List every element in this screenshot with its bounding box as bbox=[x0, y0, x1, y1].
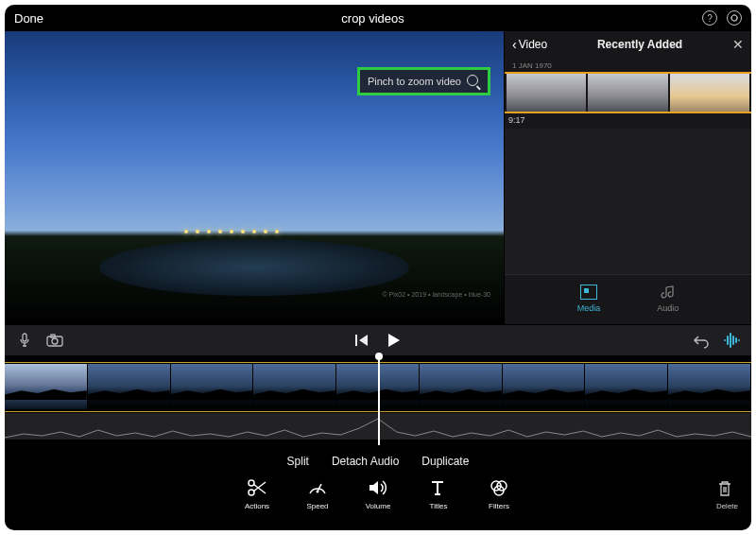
tool-delete-label: Delete bbox=[716, 502, 738, 510]
tool-filters[interactable]: Filters bbox=[479, 477, 519, 510]
header: Done crop videos ? bbox=[5, 5, 751, 31]
timeline-clip[interactable] bbox=[503, 364, 586, 409]
svg-point-8 bbox=[317, 491, 319, 493]
tool-filters-label: Filters bbox=[489, 502, 509, 510]
timeline-clip[interactable] bbox=[420, 364, 503, 409]
tab-audio-label: Audio bbox=[657, 303, 679, 313]
library-thumb[interactable] bbox=[670, 74, 749, 112]
timeline-clip[interactable] bbox=[253, 364, 336, 409]
duplicate-button[interactable]: Duplicate bbox=[421, 455, 469, 468]
timeline-clip[interactable] bbox=[88, 364, 171, 409]
tool-actions[interactable]: Actions bbox=[237, 477, 277, 510]
svg-rect-5 bbox=[355, 335, 357, 346]
library-body[interactable] bbox=[505, 129, 751, 274]
clip-text-actions: Split Detach Audio Duplicate bbox=[5, 445, 751, 474]
library-thumbnails: 9:17 bbox=[505, 72, 751, 113]
microphone-icon[interactable] bbox=[16, 333, 33, 348]
undo-button[interactable] bbox=[693, 333, 710, 348]
camera-icon[interactable] bbox=[46, 333, 63, 348]
library-thumb[interactable]: 9:17 bbox=[507, 74, 586, 112]
timeline-clip[interactable] bbox=[5, 364, 88, 409]
tool-bar: Actions Speed Volume Titles Filters bbox=[5, 474, 751, 520]
chevron-left-icon: ‹ bbox=[512, 37, 517, 52]
timeline[interactable] bbox=[5, 356, 751, 445]
project-title: crop videos bbox=[43, 11, 702, 26]
library-header: ‹ Video Recently Added ✕ bbox=[505, 31, 751, 58]
tool-titles[interactable]: Titles bbox=[419, 477, 458, 510]
trash-icon bbox=[717, 480, 736, 499]
library-tabs: Media Audio bbox=[505, 274, 751, 324]
tool-actions-label: Actions bbox=[245, 502, 269, 510]
help-icon[interactable]: ? bbox=[702, 10, 717, 26]
video-preview[interactable]: Pinch to zoom video © Pix02 • 2019 • lan… bbox=[5, 31, 504, 324]
tool-delete[interactable]: Delete bbox=[716, 480, 738, 510]
library-date-label: 1 JAN 1970 bbox=[505, 58, 751, 72]
media-icon bbox=[580, 285, 597, 300]
transport-bar bbox=[5, 324, 751, 356]
tab-media-label: Media bbox=[577, 303, 601, 313]
tool-volume-label: Volume bbox=[366, 502, 391, 510]
tab-media[interactable]: Media bbox=[577, 285, 601, 313]
tool-speed[interactable]: Speed bbox=[298, 477, 337, 510]
svg-point-7 bbox=[249, 490, 254, 495]
volume-icon bbox=[366, 477, 390, 498]
done-button[interactable]: Done bbox=[14, 11, 43, 26]
main-area: Pinch to zoom video © Pix02 • 2019 • lan… bbox=[5, 31, 751, 324]
svg-point-3 bbox=[52, 338, 58, 344]
magnifier-icon bbox=[467, 75, 480, 88]
timeline-clip[interactable] bbox=[171, 364, 254, 409]
detach-audio-button[interactable]: Detach Audio bbox=[332, 455, 399, 468]
split-button[interactable]: Split bbox=[287, 455, 309, 468]
svg-point-0 bbox=[731, 15, 737, 21]
tool-speed-label: Speed bbox=[306, 502, 328, 510]
tool-volume[interactable]: Volume bbox=[358, 477, 398, 510]
library-back-label: Video bbox=[519, 38, 547, 51]
audio-waveform-icon[interactable] bbox=[723, 333, 740, 348]
preview-lake bbox=[99, 239, 409, 296]
library-back-button[interactable]: ‹ Video bbox=[512, 37, 547, 52]
library-close-button[interactable]: ✕ bbox=[732, 37, 744, 52]
tab-audio[interactable]: Audio bbox=[657, 285, 679, 313]
svg-rect-1 bbox=[23, 334, 26, 341]
settings-icon[interactable] bbox=[727, 10, 742, 26]
zoom-tip-text: Pinch to zoom video bbox=[368, 76, 461, 87]
app-frame: Done crop videos ? Pinch to zoom video ©… bbox=[5, 5, 751, 530]
timeline-clip[interactable] bbox=[668, 364, 751, 409]
speedometer-icon bbox=[305, 477, 330, 498]
tool-titles-label: Titles bbox=[430, 502, 448, 510]
clip-duration: 9:17 bbox=[508, 115, 525, 125]
scissors-icon bbox=[245, 477, 269, 498]
preview-lights bbox=[184, 230, 279, 233]
timeline-clip[interactable] bbox=[585, 364, 668, 409]
audio-icon bbox=[660, 285, 677, 300]
preview-credit: © Pix02 • 2019 • landscape • blue-30 bbox=[383, 291, 490, 298]
library-panel: ‹ Video Recently Added ✕ 1 JAN 1970 9:17… bbox=[504, 31, 751, 324]
playhead[interactable] bbox=[378, 356, 380, 445]
zoom-tip-highlight: Pinch to zoom video bbox=[357, 67, 490, 95]
titles-icon bbox=[426, 477, 451, 498]
filters-icon bbox=[487, 477, 511, 498]
svg-point-6 bbox=[249, 480, 254, 486]
previous-button[interactable] bbox=[354, 334, 369, 347]
library-thumb[interactable] bbox=[588, 74, 667, 112]
play-button[interactable] bbox=[385, 332, 402, 349]
library-title: Recently Added bbox=[547, 38, 732, 51]
